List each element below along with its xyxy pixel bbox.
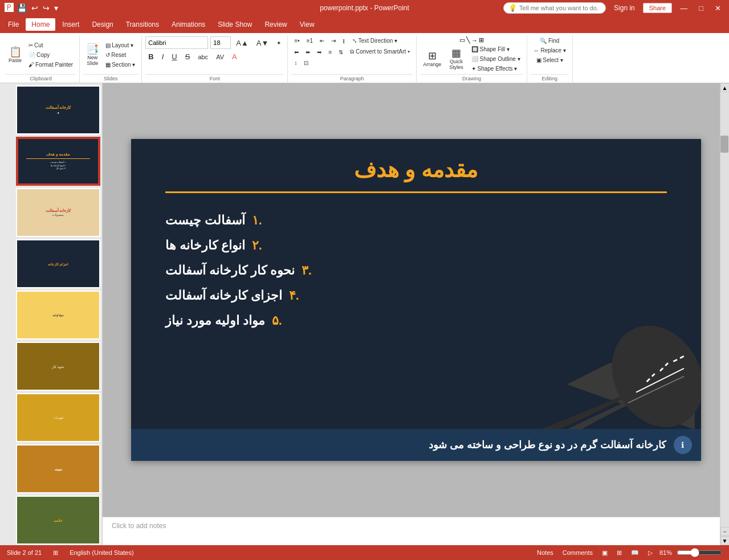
sign-in-button[interactable]: Sign in [610, 3, 638, 13]
slide-thumb-6[interactable]: نحوه کار [16, 342, 100, 391]
status-bar-left: Slide 2 of 21 ⊞ English (United States) [7, 548, 134, 558]
menu-file[interactable]: File [2, 18, 25, 31]
decrease-font-button[interactable]: A▼ [254, 38, 272, 48]
slideshow-button[interactable]: ▷ [646, 548, 655, 558]
quick-styles-icon: ▦ [451, 48, 461, 58]
bullets-button[interactable]: ≡• [291, 36, 302, 45]
shape-fill-button[interactable]: 🔲 Shape Fill ▾ [469, 45, 523, 54]
comments-button[interactable]: Comments [560, 548, 595, 557]
menu-slideshow[interactable]: Slide Show [212, 18, 258, 31]
shape-effects-button[interactable]: ✦ Shape Effects ▾ [469, 64, 523, 73]
align-objects-button[interactable]: ⊡ [301, 59, 311, 67]
convert-smartart-button[interactable]: ⧉ Convert to SmartArt ▾ [347, 47, 413, 56]
minimize-button[interactable]: — [677, 3, 691, 14]
slide-thumb-wrapper-2: 2 ★ مقدمه و هدف .۱ آسفالت چیست .۲ انواع … [2, 137, 100, 186]
reset-button[interactable]: ↺ Reset [103, 51, 138, 59]
decrease-indent-button[interactable]: ⇤ [317, 36, 327, 45]
undo-button[interactable]: ↩ [30, 2, 39, 14]
lightbulb-icon: 💡 [508, 4, 517, 12]
menu-transitions[interactable]: Transitions [120, 18, 165, 31]
arrange-button[interactable]: ⊞ Arrange [420, 49, 444, 69]
replace-button[interactable]: ↔ Replace ▾ [531, 46, 569, 55]
menu-view[interactable]: View [294, 18, 320, 31]
notes-button[interactable]: Notes [535, 548, 556, 557]
slide-panel[interactable]: 1 کارخانه آسفالت ★ 2 ★ مقدمه و هدف [0, 83, 103, 545]
font-name-input[interactable] [145, 36, 208, 49]
numbering-button[interactable]: ≡1 [304, 36, 316, 45]
menu-review[interactable]: Review [259, 18, 292, 31]
menu-design[interactable]: Design [86, 18, 119, 31]
slide-divider [165, 191, 667, 193]
notes-area[interactable]: Click to add notes [103, 517, 729, 545]
slide-thumb-7[interactable]: تجهیزات [16, 393, 100, 442]
format-painter-button[interactable]: 🖌 Format Painter [26, 60, 76, 69]
save-button[interactable]: 💾 [16, 2, 28, 14]
ribbon-group-drawing: ▭ ╲ → ⊞ ⊞ Arrange ▦ QuickStyles 🔲 Sh [417, 35, 527, 83]
increase-font-button[interactable]: A▲ [233, 38, 251, 48]
slide-sorter-button[interactable]: ⊞ [614, 548, 624, 558]
slide-thumb-1[interactable]: کارخانه آسفالت ★ [16, 85, 100, 134]
new-slide-icon: 📑 [86, 44, 99, 54]
restore-button[interactable]: □ [695, 3, 707, 14]
cut-button[interactable]: ✂ Cut [26, 41, 76, 50]
text-direction-button[interactable]: ⤡ Text Direction ▾ [349, 36, 400, 45]
list-num-5: .۵ [272, 313, 288, 328]
align-center-button[interactable]: ⬌ [303, 48, 313, 56]
find-button[interactable]: 🔍 Find [537, 36, 562, 45]
slide-thumb-9[interactable]: خلاصه [16, 496, 100, 545]
customize-button[interactable]: ▾ [53, 2, 59, 14]
normal-view-button[interactable]: ▣ [600, 548, 610, 558]
slide-canvas[interactable]: مقدمه و هدف .۱ آسفالت چیست .۲ انواع کارخ… [131, 139, 701, 461]
new-slide-button[interactable]: 📑 NewSlide [83, 42, 101, 68]
reset-icon: ↺ [105, 52, 110, 58]
shape-line-icon: ╲ [466, 36, 470, 44]
slide-thumb-4[interactable]: اجزای کارخانه [16, 239, 100, 288]
line-spacing-button[interactable]: ↕ [291, 59, 300, 67]
vertical-scrollbar[interactable]: ▲ ↔ ▼ [720, 83, 729, 545]
reading-view-button[interactable]: 📖 [629, 548, 641, 558]
accessibility-button[interactable]: ⊞ [51, 548, 60, 558]
close-button[interactable]: ✕ [711, 3, 724, 14]
section-button[interactable]: ▦ Section ▾ [103, 60, 138, 69]
shadow-button[interactable]: abc [195, 52, 211, 62]
slide-thumb-2[interactable]: مقدمه و هدف .۱ آسفالت چیست .۲ انواع کارخ… [16, 137, 100, 186]
scroll-right-button[interactable]: ↔ [720, 527, 730, 536]
format-painter-icon: 🖌 [28, 62, 34, 68]
quick-styles-button[interactable]: ▦ QuickStyles [446, 46, 466, 72]
scroll-down-button[interactable]: ▼ [720, 536, 730, 545]
zoom-slider[interactable] [677, 548, 722, 557]
align-text-button[interactable]: ⇅ [336, 48, 346, 56]
scroll-up-button[interactable]: ▲ [720, 83, 730, 92]
shape-outline-button[interactable]: ⬜ Shape Outline ▾ [469, 55, 523, 63]
tell-me-input[interactable] [519, 5, 599, 11]
italic-button[interactable]: I [159, 51, 167, 62]
menu-home[interactable]: Home [26, 18, 55, 31]
scroll-thumb[interactable] [720, 136, 728, 153]
font-size-input[interactable] [210, 36, 231, 49]
align-right-button[interactable]: ➡ [314, 48, 324, 56]
slide-thumb-wrapper-8: 8 ★ نتیجه [2, 444, 100, 493]
share-button[interactable]: Share [643, 3, 672, 13]
underline-button[interactable]: U [169, 51, 180, 62]
increase-indent-button[interactable]: ⇥ [328, 36, 339, 45]
tell-me-search[interactable]: 💡 [503, 2, 606, 14]
align-left-button[interactable]: ⬅ [291, 48, 302, 56]
columns-button[interactable]: ⫿ [340, 36, 348, 45]
road-illustration [507, 270, 701, 430]
strikethrough-button[interactable]: S [182, 51, 193, 62]
copy-button[interactable]: 📄 Copy [26, 51, 76, 59]
bold-button[interactable]: B [145, 51, 156, 62]
font-color-button[interactable]: A [229, 51, 240, 62]
paste-button[interactable]: 📋 Paste [6, 45, 25, 65]
char-spacing-button[interactable]: AV [213, 52, 227, 62]
slide-thumb-3[interactable]: کارخانه آسفالت محصولات [16, 188, 100, 237]
menu-insert[interactable]: Insert [56, 18, 85, 31]
slide-thumb-5[interactable]: مواد اولیه [16, 291, 100, 340]
clear-format-button[interactable]: ✦ [274, 39, 284, 47]
slide-thumb-8[interactable]: نتیجه [16, 444, 100, 493]
redo-button[interactable]: ↪ [42, 2, 51, 14]
select-button[interactable]: ▣ Select ▾ [533, 56, 566, 64]
justify-button[interactable]: ≡ [325, 48, 335, 56]
menu-animations[interactable]: Animations [166, 18, 211, 31]
layout-button[interactable]: ▤ Layout ▾ [103, 41, 138, 50]
